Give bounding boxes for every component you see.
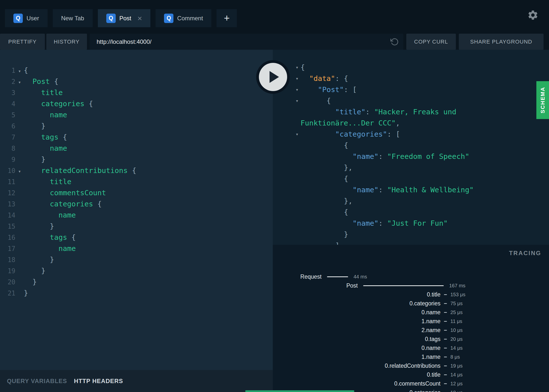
response-viewer[interactable]: ▾{▾"data": {▾"Post": [▾{"title": "Hacker…: [273, 50, 549, 257]
query-line: 15}: [0, 221, 273, 232]
fold-arrow-icon[interactable]: ▾: [296, 84, 299, 95]
tab-user[interactable]: QUser: [5, 9, 48, 27]
code-text: tags {: [24, 133, 67, 141]
dash-separator: [440, 294, 450, 295]
http-headers-toggle[interactable]: HTTP HEADERS: [74, 378, 123, 385]
code-text: "name": "Just For Fun": [353, 218, 448, 229]
code-text: tags {: [24, 233, 76, 242]
endpoint-url-field: [90, 34, 403, 50]
code-text: name: [24, 144, 67, 152]
tracing-row: 1.name8 μs: [273, 352, 549, 361]
code-text: }: [344, 229, 348, 240]
tracing-row: 0.categories75 μs: [273, 299, 549, 308]
header: QUserNew TabQPost×QComment+ PRETTIFY HIS…: [0, 0, 549, 50]
query-line: 13categories {: [0, 198, 273, 210]
prettify-button[interactable]: PRETTIFY: [0, 34, 45, 50]
query-line: 2▾Post {: [0, 76, 273, 87]
tracing-row: 0.title14 μs: [273, 370, 549, 379]
tab-comment[interactable]: QComment: [156, 9, 211, 27]
query-line: 14name: [0, 210, 273, 221]
response-line: {: [273, 140, 549, 151]
tab-label: User: [27, 15, 39, 22]
fold-arrow-icon[interactable]: ▾: [15, 166, 24, 177]
fold-arrow-icon[interactable]: ▾: [296, 129, 299, 140]
duration-value: 44 ms: [354, 274, 383, 280]
response-line: "name": "Just For Fun": [273, 218, 549, 229]
code-text: "name": "Health & Wellbeing": [353, 184, 474, 196]
response-line: {: [273, 173, 549, 184]
horizontal-scrollbar-thumb[interactable]: [245, 390, 354, 392]
close-tab-icon[interactable]: ×: [137, 14, 142, 22]
tracing-row: 1.name11 μs: [273, 317, 549, 326]
code-text: {: [344, 173, 348, 184]
fold-arrow-icon[interactable]: ▾: [296, 62, 299, 73]
response-line: },: [273, 162, 549, 173]
settings-gear-icon[interactable]: [527, 9, 539, 21]
duration-value: 25 μs: [450, 310, 480, 315]
duration-value: 20 μs: [450, 336, 480, 342]
code-text: "Post": [: [318, 84, 357, 95]
fold-arrow-icon[interactable]: ▾: [15, 66, 24, 77]
tracing-label: 1.name: [421, 354, 440, 360]
code-text: categories {: [24, 99, 93, 108]
dash-separator: [440, 321, 450, 322]
query-line: 5name: [0, 109, 273, 121]
line-number: 18: [0, 254, 15, 266]
query-editor[interactable]: 1▾{2▾Post {3title4categories {5name6}7ta…: [0, 50, 273, 370]
schema-tab[interactable]: SCHEMA: [536, 81, 549, 119]
tracing-label: 0.title: [427, 291, 440, 298]
duration-value: 11 μs: [450, 318, 480, 324]
fold-arrow-icon[interactable]: ▾: [15, 77, 24, 88]
tracing-row: 2.name10 μs: [273, 326, 549, 335]
tab-post[interactable]: QPost×: [98, 9, 151, 27]
query-line: 12commentsCount: [0, 187, 273, 198]
code-text: name: [24, 111, 67, 119]
tracing-row: 0.tags20 μs: [273, 335, 549, 343]
query-variables-toggle[interactable]: QUERY VARIABLES: [7, 378, 67, 385]
tracing-label: 0.name: [421, 345, 440, 351]
query-line: 11title: [0, 176, 273, 187]
tracing-row: Request44 ms: [273, 272, 549, 281]
dash-separator: [440, 366, 450, 366]
reload-schema-icon[interactable]: [390, 38, 399, 46]
toolbar: PRETTIFY HISTORY COPY CURL SHARE PLAYGRO…: [0, 34, 549, 50]
query-line: 6}: [0, 121, 273, 132]
response-line: "name": "Freedom of Speech": [273, 151, 549, 162]
tracing-label: 0.tags: [425, 336, 440, 343]
query-line: 1▾{: [0, 65, 273, 76]
response-line: ▾{: [273, 62, 549, 73]
query-line: 18}: [0, 254, 273, 265]
fold-arrow-icon[interactable]: ▾: [296, 95, 299, 106]
tracing-row: 0.relatedContributions19 μs: [273, 361, 549, 370]
line-number: 9: [0, 154, 15, 165]
line-number: 2: [0, 76, 15, 87]
duration-bar: [363, 285, 444, 286]
line-number: 6: [0, 121, 15, 132]
dash-separator: [440, 383, 450, 384]
response-line: Funktionäre...Der CCC",: [273, 118, 549, 129]
fold-arrow-icon[interactable]: ▾: [296, 73, 299, 84]
response-line: ▾"data": {: [273, 73, 549, 84]
share-playground-button[interactable]: SHARE PLAYGROUND: [459, 34, 544, 50]
endpoint-url-input[interactable]: [90, 38, 403, 45]
code-text: }: [24, 222, 54, 230]
query-line: 19}: [0, 265, 273, 276]
code-text: {: [301, 62, 305, 73]
copy-curl-button[interactable]: COPY CURL: [406, 34, 456, 50]
new-tab-button[interactable]: +: [217, 9, 237, 27]
duration-value: 153 μs: [450, 292, 480, 297]
duration-value: 10 μs: [450, 390, 480, 392]
code-text: relatedContributions {: [24, 166, 136, 175]
history-button[interactable]: HISTORY: [46, 34, 87, 50]
dash-separator: [440, 303, 450, 304]
code-text: }: [24, 289, 28, 297]
tab-new-tab[interactable]: New Tab: [53, 9, 93, 27]
code-text: },: [344, 162, 353, 173]
response-line: "title": "Hacker, Freaks und: [273, 106, 549, 118]
execute-query-button[interactable]: [256, 60, 290, 94]
code-text: }: [24, 278, 37, 286]
line-number: 11: [0, 176, 15, 188]
line-number: 3: [0, 87, 15, 98]
query-type-icon: Q: [164, 14, 173, 23]
tab-label: Comment: [177, 15, 203, 22]
